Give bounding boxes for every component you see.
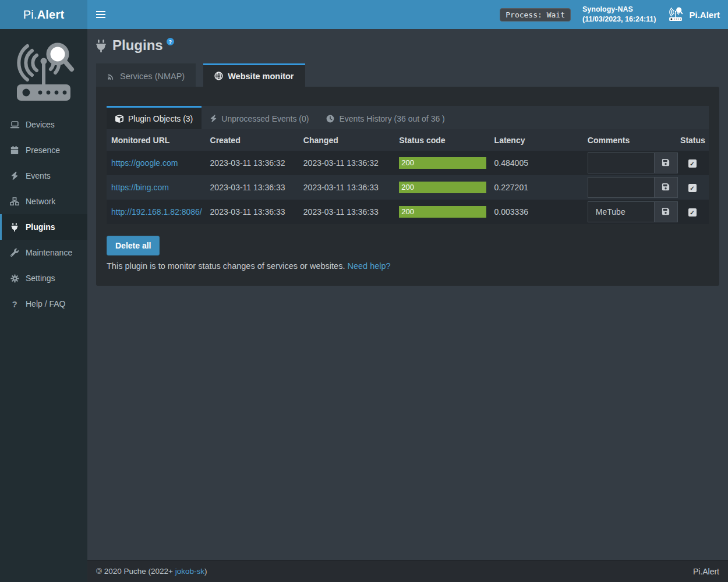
save-comment-button[interactable]: [654, 153, 677, 173]
calendar-icon: [9, 146, 20, 154]
changed-cell: 2023-03-11 13:36:32: [299, 151, 394, 175]
sidebar-item-maintenance[interactable]: Maintenance: [0, 240, 87, 265]
laptop-icon: [9, 121, 20, 129]
created-cell: 2023-03-11 13:36:33: [206, 200, 299, 224]
monitored-url-link[interactable]: https://bing.com: [111, 183, 169, 192]
signal-icon: [107, 72, 115, 80]
comment-input[interactable]: [588, 178, 654, 197]
latency-cell: 0.003336: [490, 200, 583, 224]
status-checkbox[interactable]: ✓: [688, 208, 697, 217]
gear-icon: [9, 274, 20, 283]
tab-unprocessed-events[interactable]: Unprocessed Events (0): [202, 106, 317, 129]
process-status-badge: Process: Wait: [500, 8, 571, 22]
col-created: Created: [206, 129, 299, 151]
footer-copyright: © 2020 Puche (2022+ jokob-sk): [96, 567, 207, 576]
plugin-help-text: This plugin is to monitor status changes…: [107, 261, 709, 271]
tab-plugin-objects[interactable]: Plugin Objects (3): [107, 106, 202, 129]
sidebar: Devices Presence Events Network Plugins: [0, 29, 87, 582]
status-checkbox[interactable]: ✓: [688, 159, 697, 168]
sidebar-item-presence[interactable]: Presence: [0, 137, 87, 163]
sidebar-item-label: Help / FAQ: [26, 299, 65, 308]
wrench-icon: [9, 249, 20, 257]
plug-icon: [96, 39, 106, 56]
bolt-icon: [210, 115, 217, 122]
save-comment-button[interactable]: [654, 178, 677, 197]
comment-group: [588, 152, 678, 173]
jokob-sk-link[interactable]: jokob-sk: [175, 567, 204, 576]
status-code-bar: 200: [399, 157, 486, 169]
status-checkbox[interactable]: ✓: [688, 184, 697, 192]
device-timestamp: (11/03/2023, 16:24:11): [582, 15, 656, 25]
changed-cell: 2023-03-11 13:36:33: [299, 175, 394, 200]
created-cell: 2023-03-11 13:36:33: [206, 175, 299, 200]
sidebar-item-label: Maintenance: [26, 248, 72, 257]
sidebar-menu: Devices Presence Events Network Plugins: [0, 112, 87, 317]
sidebar-item-events[interactable]: Events: [0, 163, 87, 189]
website-monitor-panel: Plugin Objects (3) Unprocessed Events (0…: [96, 87, 719, 286]
sidebar-item-label: Network: [26, 197, 55, 206]
device-host-info: Synology-NAS (11/03/2023, 16:24:11): [582, 5, 656, 25]
top-navbar: Process: Wait Synology-NAS (11/03/2023, …: [87, 0, 728, 29]
tab-label: Unprocessed Events (0): [221, 114, 309, 123]
tab-label: Plugin Objects (3): [128, 114, 193, 123]
tab-events-history[interactable]: Events History (36 out of 36 ): [317, 106, 453, 129]
brand-text: Pi.Alert: [23, 8, 65, 22]
clock-icon: [326, 115, 334, 123]
sidebar-item-label: Presence: [26, 146, 60, 155]
tab-website-monitor[interactable]: Website monitor: [203, 63, 305, 87]
status-code-bar: 200: [399, 182, 486, 193]
created-cell: 2023-03-11 13:36:32: [206, 151, 299, 175]
sidebar-item-devices[interactable]: Devices: [0, 112, 87, 137]
floppy-icon: [662, 158, 670, 168]
app-logo-header[interactable]: Pi.Alert: [0, 0, 87, 29]
cube-icon: [115, 115, 123, 123]
navbar-brand-link[interactable]: Pi.Alert: [667, 6, 720, 23]
help-badge[interactable]: ?: [167, 38, 174, 45]
need-help-link[interactable]: Need help?: [347, 261, 390, 271]
pialert-logo: [0, 29, 87, 108]
copyleft-icon: ©: [96, 567, 102, 576]
globe-icon: [214, 72, 223, 80]
footer: © 2020 Puche (2022+ jokob-sk) Pi.Alert: [87, 560, 728, 582]
tab-label: Services (NMAP): [120, 72, 185, 81]
monitored-urls-table: Monitored URL Created Changed Status cod…: [107, 129, 709, 224]
pialert-mini-icon: [667, 6, 684, 23]
table-row: https://google.com 2023-03-11 13:36:32 2…: [107, 151, 709, 175]
bolt-icon: [9, 172, 20, 180]
monitored-url-link[interactable]: http://192.168.1.82:8086/: [111, 207, 202, 217]
comment-input[interactable]: [588, 202, 654, 222]
col-monitored-url: Monitored URL: [107, 129, 206, 151]
sidebar-item-label: Plugins: [26, 222, 55, 232]
plug-icon: [9, 223, 20, 232]
sidebar-item-plugins[interactable]: Plugins: [0, 214, 87, 240]
table-row: http://192.168.1.82:8086/ 2023-03-11 13:…: [107, 200, 709, 224]
comment-group: [588, 177, 678, 198]
tab-label: Website monitor: [228, 72, 294, 81]
plugin-sub-tabs: Plugin Objects (3) Unprocessed Events (0…: [107, 106, 709, 129]
latency-cell: 0.484005: [490, 151, 583, 175]
question-icon: ?: [9, 299, 20, 309]
delete-all-button[interactable]: Delete all: [107, 236, 160, 255]
sidebar-item-label: Settings: [26, 274, 55, 283]
sitemap-icon: [9, 197, 20, 205]
sidebar-item-settings[interactable]: Settings: [0, 265, 87, 291]
table-header-row: Monitored URL Created Changed Status cod…: [107, 129, 709, 151]
monitored-url-link[interactable]: https://google.com: [111, 158, 178, 168]
comment-group: [588, 201, 678, 222]
col-latency: Latency: [490, 129, 583, 151]
sidebar-item-label: Events: [26, 171, 51, 180]
device-name: Synology-NAS: [582, 5, 656, 15]
col-changed: Changed: [299, 129, 394, 151]
sidebar-toggle-icon[interactable]: [87, 0, 114, 29]
floppy-icon: [662, 183, 670, 193]
latency-cell: 0.227201: [490, 175, 583, 200]
sidebar-item-help-faq[interactable]: ? Help / FAQ: [0, 291, 87, 317]
tab-label: Events History (36 out of 36 ): [339, 114, 444, 123]
save-comment-button[interactable]: [654, 202, 677, 222]
tab-services-nmap[interactable]: Services (NMAP): [96, 63, 196, 87]
changed-cell: 2023-03-11 13:36:33: [299, 200, 394, 224]
table-row: https://bing.com 2023-03-11 13:36:33 202…: [107, 175, 709, 200]
sidebar-item-network[interactable]: Network: [0, 189, 87, 214]
page-title: Plugins ?: [87, 29, 728, 56]
comment-input[interactable]: [588, 153, 654, 173]
